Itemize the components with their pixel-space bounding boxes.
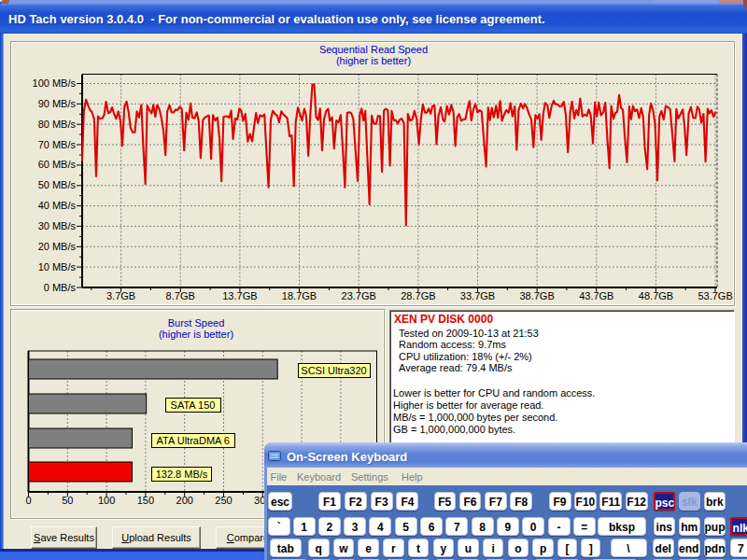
svg-text:50 MB/s: 50 MB/s bbox=[38, 179, 77, 190]
svg-text:80 MB/s: 80 MB/s bbox=[38, 119, 77, 130]
svg-text:30 MB/s: 30 MB/s bbox=[38, 220, 77, 231]
svg-text:48.7GB: 48.7GB bbox=[639, 290, 673, 301]
svg-text:13.7GB: 13.7GB bbox=[222, 290, 257, 301]
svg-text:20 MB/s: 20 MB/s bbox=[38, 241, 77, 252]
svg-text:0: 0 bbox=[25, 495, 31, 506]
svg-text:33.7GB: 33.7GB bbox=[460, 290, 495, 301]
svg-text:3.7GB: 3.7GB bbox=[106, 290, 135, 301]
svg-text:43.7GB: 43.7GB bbox=[579, 290, 613, 301]
svg-text:10 MB/s: 10 MB/s bbox=[38, 261, 77, 273]
svg-text:8.7GB: 8.7GB bbox=[166, 290, 195, 301]
svg-text:38.7GB: 38.7GB bbox=[519, 290, 554, 301]
svg-text:23.7GB: 23.7GB bbox=[342, 290, 376, 301]
svg-text:50: 50 bbox=[62, 495, 73, 506]
svg-text:100: 100 bbox=[98, 495, 115, 506]
svg-text:60 MB/s: 60 MB/s bbox=[38, 159, 77, 170]
svg-text:28.7GB: 28.7GB bbox=[401, 290, 435, 301]
svg-text:0 MB/s: 0 MB/s bbox=[44, 282, 77, 293]
svg-text:18.7GB: 18.7GB bbox=[282, 290, 317, 301]
svg-text:150: 150 bbox=[137, 495, 154, 506]
svg-text:250: 250 bbox=[215, 495, 232, 506]
svg-text:100 MB/s: 100 MB/s bbox=[33, 77, 77, 89]
svg-text:200: 200 bbox=[176, 495, 193, 506]
svg-text:90 MB/s: 90 MB/s bbox=[38, 98, 77, 109]
svg-text:53.7GB: 53.7GB bbox=[698, 290, 732, 301]
svg-text:70 MB/s: 70 MB/s bbox=[38, 139, 77, 150]
svg-text:40 MB/s: 40 MB/s bbox=[38, 200, 77, 211]
